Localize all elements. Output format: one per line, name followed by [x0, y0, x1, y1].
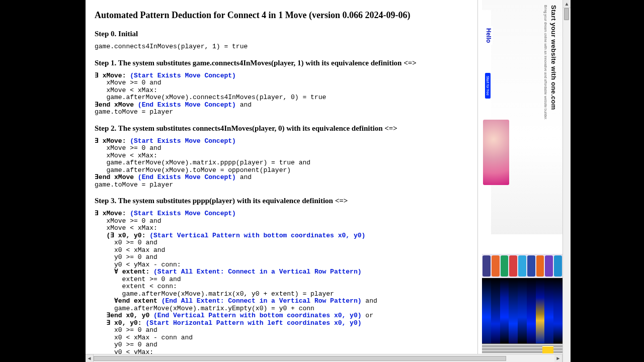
step2-code: ∃ xMove: (Start Exists Move Concept) xMo… [95, 138, 468, 189]
gutter [478, 0, 482, 362]
step2-heading: Step 2. The system substitutes connects4… [95, 124, 468, 133]
ad-banner-1[interactable]: Hello Start for free Bring your dream on… [482, 0, 562, 241]
ad-sidebar: Hello Start for free Bring your dream on… [482, 0, 562, 362]
vertical-scrollbar[interactable]: ▲ [562, 0, 571, 362]
step1-heading: Step 1. The system substitutes game.conn… [95, 59, 468, 67]
ad2-highlight [542, 346, 553, 353]
scroll-thumb[interactable] [564, 8, 569, 20]
ad1-headline: Start your website with one.com [550, 5, 557, 110]
scroll-up-arrow-icon[interactable]: ▲ [563, 0, 571, 8]
article-body: Automated Pattern Deduction for Connect … [86, 0, 478, 362]
scroll-right-arrow-icon[interactable]: ► [554, 354, 562, 363]
ad2-footer [482, 343, 562, 354]
step0-code: game.connects4InMoves(player, 1) = true [95, 43, 468, 51]
page-title: Automated Pattern Deduction for Connect … [95, 10, 468, 21]
left-letterbox [0, 0, 86, 362]
ad1-subline: Bring your dream online with an innovati… [544, 5, 547, 120]
ad1-image [483, 120, 509, 185]
horizontal-scrollbar[interactable]: ◄ ► [86, 354, 562, 362]
step0-heading: Step 0. Initial [95, 30, 468, 38]
ad-banner-2[interactable] [482, 254, 562, 354]
ad2-icon-row [482, 254, 562, 278]
step3-code: ∃ xMove: (Start Exists Move Concept) xMo… [95, 210, 468, 356]
ad1-hello-badge: Hello [485, 26, 493, 45]
ad1-footer-bar [482, 234, 562, 241]
step3-heading: Step 3. The system substitutes pppp(play… [95, 197, 468, 205]
ad2-stripes [482, 278, 562, 343]
right-letterbox [571, 0, 644, 362]
horiz-scroll-thumb[interactable] [94, 356, 506, 361]
step1-code: ∃ xMove: (Start Exists Move Concept) xMo… [95, 72, 468, 116]
scroll-left-arrow-icon[interactable]: ◄ [86, 354, 94, 363]
ad1-cta-button[interactable]: Start for free [485, 73, 491, 99]
